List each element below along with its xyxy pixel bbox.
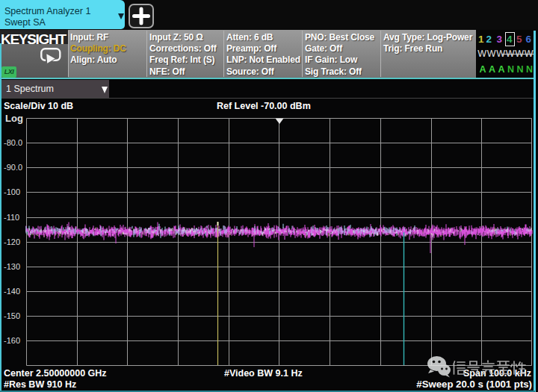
svg-text:-90.0: -90.0	[4, 163, 22, 172]
svg-text:-100: -100	[4, 187, 20, 196]
svg-text:-110: -110	[4, 213, 19, 222]
svg-text:-130: -130	[4, 262, 20, 271]
svg-text:-140: -140	[4, 287, 20, 296]
svg-text:-150: -150	[4, 311, 20, 320]
svg-text:-120: -120	[4, 237, 20, 246]
svg-text:-80.0: -80.0	[4, 138, 22, 147]
svg-text:-160: -160	[4, 336, 20, 345]
